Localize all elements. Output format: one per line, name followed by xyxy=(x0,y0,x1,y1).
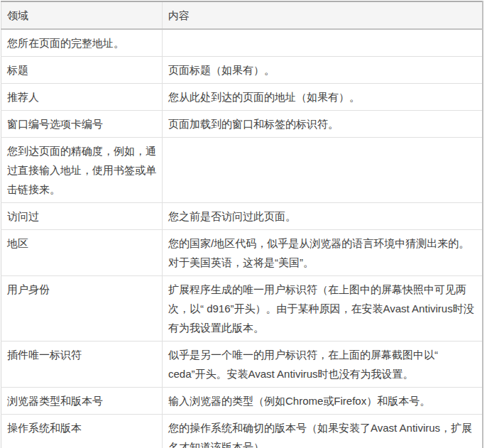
table-header: 领域 内容 xyxy=(1,1,483,29)
field-cell: 地区 xyxy=(1,230,163,276)
field-cell: 窗口编号选项卡编号 xyxy=(1,111,163,138)
content-cell: 似乎是另一个唯一的用户标识符，在上面的屏幕截图中以“ ceda”开头。安装Ava… xyxy=(163,342,483,388)
content-cell: 您的国家/地区代码，似乎是从浏览器的语言环境中猜测出来的。对于美国英语，这将是“… xyxy=(163,230,483,276)
field-cell: 推荐人 xyxy=(1,84,163,111)
content-cell: 输入浏览器的类型（例如Chrome或Firefox）和版本号。 xyxy=(163,388,483,415)
field-cell: 您到达页面的精确度，例如，通过直接输入地址，使用书签或单击链接来。 xyxy=(1,138,163,203)
data-table: 领域 内容 您所在页面的完整地址。 标题 页面标题（如果有）。 推荐人 您从此处… xyxy=(1,1,483,448)
header-row: 领域 内容 xyxy=(1,1,483,29)
content-cell xyxy=(163,138,483,203)
table-row: 窗口编号选项卡编号 页面加载到的窗口和标签的标识符。 xyxy=(1,111,483,138)
table-row: 操作系统和版本 您的操作系统和确切的版本号（如果安装了Avast Antivir… xyxy=(1,415,483,448)
column-header-field: 领域 xyxy=(1,1,163,29)
content-cell: 扩展程序生成的唯一用户标识符（在上图中的屏幕快照中可见两次，以“ d916”开头… xyxy=(163,276,483,342)
table-body: 您所在页面的完整地址。 标题 页面标题（如果有）。 推荐人 您从此处到达的页面的… xyxy=(1,29,483,448)
field-cell: 用户身份 xyxy=(1,276,163,342)
field-cell: 浏览器类型和版本号 xyxy=(1,388,163,415)
content-cell xyxy=(163,29,483,57)
table-row: 用户身份 扩展程序生成的唯一用户标识符（在上图中的屏幕快照中可见两次，以“ d9… xyxy=(1,276,483,342)
field-cell: 标题 xyxy=(1,57,163,84)
content-cell: 您从此处到达的页面的地址（如果有）。 xyxy=(163,84,483,111)
content-cell: 您之前是否访问过此页面。 xyxy=(163,203,483,230)
column-header-content: 内容 xyxy=(163,1,483,29)
content-cell: 页面加载到的窗口和标签的标识符。 xyxy=(163,111,483,138)
page: 领域 内容 您所在页面的完整地址。 标题 页面标题（如果有）。 推荐人 您从此处… xyxy=(0,0,487,448)
content-cell: 页面标题（如果有）。 xyxy=(163,57,483,84)
field-cell: 访问过 xyxy=(1,203,163,230)
field-cell: 您所在页面的完整地址。 xyxy=(1,29,163,57)
table-row: 推荐人 您从此处到达的页面的地址（如果有）。 xyxy=(1,84,483,111)
table-row: 地区 您的国家/地区代码，似乎是从浏览器的语言环境中猜测出来的。对于美国英语，这… xyxy=(1,230,483,276)
table-row: 标题 页面标题（如果有）。 xyxy=(1,57,483,84)
field-cell: 插件唯一标识符 xyxy=(1,342,163,388)
table-row: 您到达页面的精确度，例如，通过直接输入地址，使用书签或单击链接来。 xyxy=(1,138,483,203)
content-cell: 您的操作系统和确切的版本号（如果安装了Avast Antivirus，扩展名才知… xyxy=(163,415,483,448)
table-row: 访问过 您之前是否访问过此页面。 xyxy=(1,203,483,230)
field-cell: 操作系统和版本 xyxy=(1,415,163,448)
table-row: 您所在页面的完整地址。 xyxy=(1,29,483,57)
table-row: 浏览器类型和版本号 输入浏览器的类型（例如Chrome或Firefox）和版本号… xyxy=(1,388,483,415)
table-row: 插件唯一标识符 似乎是另一个唯一的用户标识符，在上面的屏幕截图中以“ ceda”… xyxy=(1,342,483,388)
